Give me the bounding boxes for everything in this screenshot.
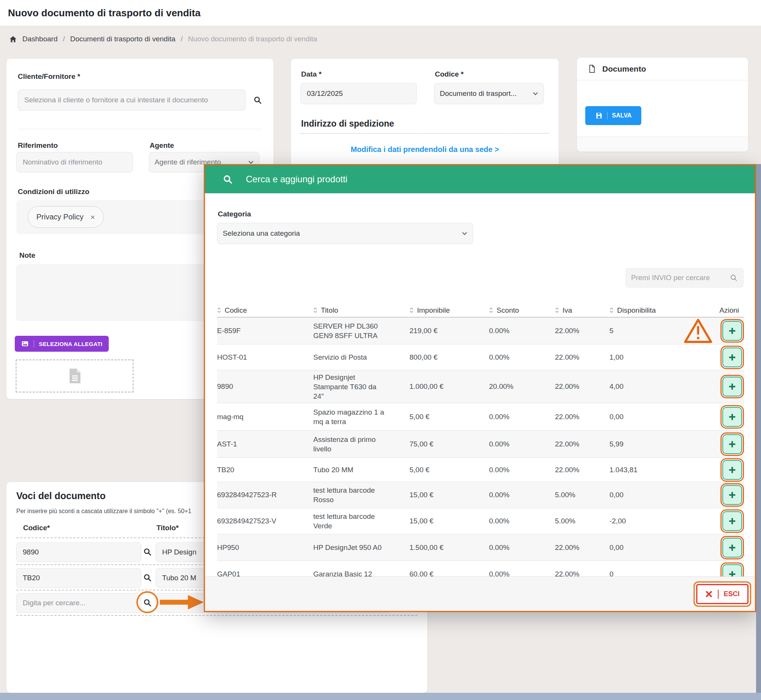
row-search-icon[interactable] — [143, 547, 153, 557]
cell-titolo: Assistenza di primo livello — [313, 435, 409, 454]
cell-iva: 22.00% — [555, 543, 609, 552]
cell-iva: 22.00% — [555, 466, 609, 474]
annotation-circle — [136, 591, 158, 613]
cell-iva: 22.00% — [555, 413, 609, 421]
cliente-input[interactable] — [18, 89, 245, 111]
cell-codice: 6932849427523-R — [217, 491, 313, 499]
row-search-icon[interactable] — [143, 573, 153, 583]
attachment-dropzone[interactable] — [16, 359, 134, 393]
add-product-button[interactable] — [722, 348, 742, 367]
cell-imponibile: 5,00 € — [409, 466, 489, 474]
sort-icon — [409, 307, 414, 313]
voci-codice-input[interactable] — [16, 568, 141, 588]
add-product-button[interactable] — [722, 321, 742, 341]
cell-codice: GAP01 — [217, 570, 313, 577]
cell-titolo: HP Designjet Stampante T630 da 24” — [313, 373, 409, 401]
privacy-policy-chip[interactable]: Privacy Policy × — [28, 206, 104, 228]
modal-title: Cerca e aggiungi prodotti — [246, 174, 347, 185]
dashed-divider — [16, 615, 417, 616]
cell-iva: 22.00% — [555, 353, 609, 362]
column-header-codice[interactable]: Codice — [217, 306, 313, 315]
cell-sconto: 20.00% — [489, 382, 555, 391]
table-row: 6932849427523-R test lettura barcode Ros… — [217, 482, 744, 508]
cell-titolo: test lettura barcode Verde — [313, 512, 409, 531]
documento-header: Documento — [577, 58, 748, 80]
column-header-iva[interactable]: Iva — [555, 306, 609, 315]
warning-annotation-icon — [684, 318, 713, 343]
cell-imponibile: 219,00 € — [409, 327, 489, 335]
home-icon[interactable] — [9, 35, 17, 43]
voci-title: Voci del documento — [16, 490, 106, 501]
salva-button[interactable]: SALVA — [585, 106, 641, 125]
vertical-scrollbar[interactable] — [756, 164, 761, 700]
cell-disponibilita: 1.043,81 — [609, 466, 680, 474]
chip-remove-icon[interactable]: × — [90, 213, 95, 222]
add-product-button[interactable] — [722, 564, 742, 577]
esci-button[interactable]: ESCI — [696, 584, 748, 604]
cell-sconto: 0.00% — [489, 543, 555, 552]
document-icon — [588, 64, 596, 73]
cell-imponibile: 15,00 € — [409, 491, 489, 499]
cell-iva: 22.00% — [555, 327, 609, 335]
seleziona-allegati-button[interactable]: SELEZIONA ALLEGATI — [15, 336, 109, 352]
button-divider — [607, 112, 608, 119]
table-header-row: Codice Titolo Imponibile Sconto Iva Disp… — [217, 304, 744, 318]
cell-codice: 6932849427523-V — [217, 517, 313, 525]
esci-label: ESCI — [723, 590, 739, 598]
add-product-button[interactable] — [722, 485, 742, 505]
cell-disponibilita: -2,00 — [609, 517, 680, 525]
file-icon — [66, 367, 83, 385]
breadcrumb-item-documenti[interactable]: Documenti di trasporto di vendita — [70, 35, 175, 43]
cell-disponibilita: 4,00 — [609, 382, 680, 391]
add-product-button[interactable] — [722, 407, 742, 427]
button-divider — [718, 590, 719, 599]
cell-iva: 22.00% — [555, 570, 609, 577]
breadcrumb-separator: / — [63, 35, 65, 43]
codice-select-value: Documento di trasport... — [440, 89, 517, 98]
horizontal-scrollbar[interactable] — [0, 693, 761, 700]
voci-codice-search-input[interactable] — [16, 593, 141, 613]
cell-codice: E-859F — [217, 327, 313, 335]
column-header-imponibile[interactable]: Imponibile — [409, 306, 489, 315]
cell-titolo: Tubo 20 MM — [313, 465, 409, 474]
cell-disponibilita: 5,99 — [609, 440, 680, 448]
cell-codice: mag-mq — [217, 413, 313, 421]
column-header-sconto[interactable]: Sconto — [489, 306, 555, 315]
table-row: HP950 HP DesignJet 950 A0 1.500,00 € 0.0… — [217, 534, 744, 561]
add-product-button[interactable] — [722, 377, 742, 396]
cell-imponibile: 1.000,00 € — [409, 382, 489, 391]
table-row: 6932849427523-V test lettura barcode Ver… — [217, 508, 744, 534]
voci-codice-label: Codice* — [23, 524, 50, 532]
chip-label: Privacy Policy — [36, 213, 83, 221]
data-input[interactable] — [300, 83, 417, 104]
add-product-button[interactable] — [722, 434, 742, 454]
cell-iva: 22.00% — [555, 382, 609, 391]
cliente-search-icon[interactable] — [253, 96, 262, 105]
documento-card: Documento SALVA — [577, 58, 748, 152]
cell-titolo: HP DesignJet 950 A0 — [313, 543, 409, 552]
column-header-titolo[interactable]: Titolo — [313, 306, 409, 315]
table-search-box[interactable] — [625, 268, 744, 288]
cell-disponibilita: 0,00 — [609, 413, 680, 421]
search-icon — [222, 174, 233, 185]
categoria-select[interactable]: Seleziona una categoria — [217, 223, 473, 244]
codice-select[interactable]: Documento di trasport... — [434, 83, 544, 104]
chevron-down-icon — [462, 232, 467, 235]
breadcrumb-separator: / — [181, 35, 183, 43]
spedizione-heading: Indirizzo di spedizione — [301, 119, 394, 129]
riferimento-input[interactable] — [16, 152, 133, 172]
add-product-button[interactable] — [722, 460, 742, 480]
cell-sconto: 0.00% — [489, 466, 555, 474]
data-label: Data * — [301, 70, 322, 78]
codice-label: Codice * — [435, 70, 464, 78]
add-product-button[interactable] — [722, 538, 742, 557]
column-header-disponibilita[interactable]: Disponibilita — [609, 306, 680, 315]
modifica-sede-link[interactable]: Modifica i dati prendendoli da una sede … — [351, 145, 499, 153]
search-icon[interactable] — [730, 274, 738, 282]
breadcrumb-item-dashboard[interactable]: Dashboard — [22, 35, 58, 43]
add-product-button[interactable] — [722, 511, 742, 531]
voci-codice-input[interactable] — [16, 542, 141, 562]
table-row: AST-1 Assistenza di primo livello 75,00 … — [217, 431, 744, 458]
column-header-azioni: Azioni — [680, 306, 744, 315]
table-search-input[interactable] — [631, 274, 730, 282]
